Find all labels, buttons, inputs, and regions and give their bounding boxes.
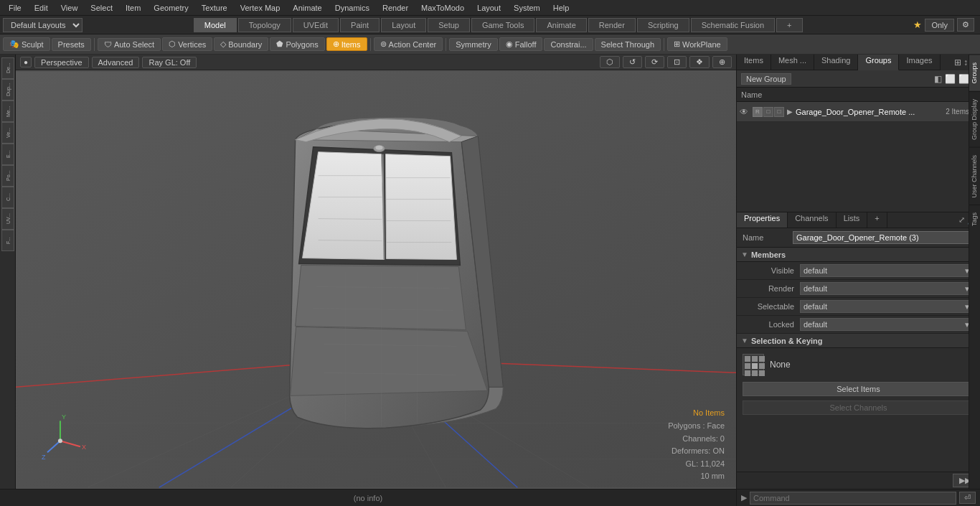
groups-icon-b[interactable]: ⬜ (945, 74, 956, 84)
props-tab-channels[interactable]: Channels (788, 212, 836, 228)
layout-select[interactable]: Default Layouts (3, 18, 83, 32)
menu-maxtomodo[interactable]: MaxToModo (415, 2, 470, 14)
sidebar-tool-8[interactable]: UV... (1, 208, 14, 230)
boundary-button[interactable]: ◇ Boundary (214, 37, 268, 51)
tab-groups[interactable]: Groups (858, 55, 899, 70)
vtab-group-display[interactable]: Group Display (969, 91, 980, 147)
row-icon-b[interactable]: □ (774, 107, 784, 117)
sidebar-tool-7[interactable]: C... (1, 187, 14, 208)
workplane-button[interactable]: ⊞ WorkPlane (667, 37, 727, 51)
name-input[interactable] (793, 231, 974, 244)
menu-file[interactable]: File (3, 2, 27, 14)
layout-tab-gametools[interactable]: Game Tools (471, 18, 535, 32)
items-button[interactable]: ⊕ Items (326, 37, 367, 51)
layout-tab-uvedit[interactable]: UVEdit (293, 18, 339, 32)
layout-tab-schematic[interactable]: Schematic Fusion (691, 18, 775, 32)
layout-tab-setup[interactable]: Setup (428, 18, 470, 32)
vp-icon-3[interactable]: ⟳ (645, 56, 664, 68)
command-input[interactable] (750, 492, 956, 505)
menu-system[interactable]: System (508, 2, 546, 14)
vtab-user-channels[interactable]: User Channels (969, 147, 980, 205)
menu-layout[interactable]: Layout (471, 2, 507, 14)
layout-tab-paint[interactable]: Paint (340, 18, 380, 32)
viewport[interactable]: ● Perspective Advanced Ray GL: Off ⬡ ↺ ⟳… (16, 55, 736, 489)
select-through-button[interactable]: Select Through (595, 38, 661, 51)
props-tab-lists[interactable]: Lists (837, 212, 868, 228)
viewport-dot[interactable]: ● (20, 57, 32, 67)
sidebar-tool-9[interactable]: F... (1, 230, 14, 251)
command-execute-button[interactable]: ⏎ (959, 492, 976, 504)
vtab-tags[interactable]: Tags (969, 205, 980, 233)
layout-tab-animate[interactable]: Animate (536, 18, 586, 32)
sidebar-tool-6[interactable]: Po... (1, 165, 14, 187)
props-tab-properties[interactable]: Properties (737, 212, 788, 228)
tab-mesh[interactable]: Mesh ... (771, 55, 814, 70)
perspective-btn[interactable]: Perspective (34, 57, 88, 68)
menu-help[interactable]: Help (547, 2, 575, 14)
panel-icon-2[interactable]: ↕ (963, 57, 968, 67)
select-items-button[interactable]: Select Items (743, 382, 974, 396)
new-group-button[interactable]: New Group (741, 73, 791, 85)
visible-select[interactable]: default ▼ (800, 264, 974, 277)
groups-icon-c[interactable]: ⬜ (958, 74, 969, 84)
symmetry-button[interactable]: Symmetry (449, 38, 498, 51)
groups-icon-a[interactable]: ◧ (934, 74, 942, 84)
tab-images[interactable]: Images (899, 55, 940, 70)
sidebar-tool-2[interactable]: Dup... (1, 79, 14, 100)
auto-select-button[interactable]: 🛡 Auto Select (98, 38, 161, 51)
layout-tab-layout[interactable]: Layout (381, 18, 426, 32)
constraints-button[interactable]: Constrai... (544, 38, 593, 51)
vtab-groups[interactable]: Groups (969, 55, 980, 91)
props-icon-expand[interactable]: ⤢ (958, 215, 965, 225)
layout-tab-topology[interactable]: Topology (238, 18, 291, 32)
menu-item[interactable]: Item (120, 2, 146, 14)
ray-gl-btn[interactable]: Ray GL: Off (142, 57, 197, 68)
menu-select[interactable]: Select (85, 2, 118, 14)
layout-tab-scripting[interactable]: Scripting (637, 18, 689, 32)
vp-icon-6[interactable]: ⊕ (712, 56, 732, 68)
row-icon-render[interactable]: R (753, 107, 763, 117)
menu-animate[interactable]: Animate (287, 2, 327, 14)
members-section-header[interactable]: ▼ Members (737, 248, 980, 262)
props-tab-plus[interactable]: + (867, 212, 887, 228)
advanced-btn[interactable]: Advanced (92, 57, 140, 68)
vp-icon-5[interactable]: ❖ (689, 56, 710, 68)
viewport-canvas[interactable]: Y X Z No Items Polygons : Face Channels:… (16, 70, 736, 489)
sidebar-tool-3[interactable]: Me... (1, 100, 14, 122)
sidebar-tool-4[interactable]: Ve... (1, 122, 14, 144)
tab-shading[interactable]: Shading (814, 55, 858, 70)
groups-item-row[interactable]: 👁 R □ □ ▶ Garage_Door_Opener_Remote ... … (737, 102, 980, 122)
presets-button[interactable]: Presets (52, 38, 91, 51)
sidebar-tool-1[interactable]: De... (1, 57, 14, 79)
action-center-button[interactable]: ⊚ Action Center (374, 37, 443, 51)
selectable-select[interactable]: default ▼ (800, 300, 974, 313)
row-icon-a[interactable]: □ (763, 107, 773, 117)
select-channels-button[interactable]: Select Channels (743, 400, 974, 415)
menu-view[interactable]: View (55, 2, 84, 14)
layout-tab-plus[interactable]: + (776, 18, 802, 32)
row-visibility-eye[interactable]: 👁 (740, 107, 751, 117)
vp-icon-2[interactable]: ↺ (623, 56, 642, 68)
menu-dynamics[interactable]: Dynamics (329, 2, 375, 14)
polygons-button[interactable]: ⬟ Polygons (270, 37, 324, 51)
menu-texture[interactable]: Texture (196, 2, 233, 14)
vp-icon-1[interactable]: ⬡ (600, 56, 620, 68)
vp-icon-4[interactable]: ⊡ (667, 56, 687, 68)
menu-edit[interactable]: Edit (29, 2, 54, 14)
sculpt-button[interactable]: 🎭 Sculpt (3, 37, 50, 51)
menu-render[interactable]: Render (377, 2, 414, 14)
locked-select[interactable]: default ▼ (800, 318, 974, 331)
menu-geometry[interactable]: Geometry (148, 2, 194, 14)
layout-tab-render[interactable]: Render (588, 18, 636, 32)
menu-vertex-map[interactable]: Vertex Map (235, 2, 286, 14)
sel-keying-section-header[interactable]: ▼ Selection & Keying (737, 334, 980, 348)
expand-arrow[interactable]: ▶ (787, 108, 793, 116)
settings-button[interactable]: ⚙ (957, 18, 974, 32)
layout-tab-model[interactable]: Model (194, 18, 237, 32)
tab-items[interactable]: Items (737, 55, 771, 70)
vertices-button[interactable]: ⬡ Vertices (162, 37, 212, 51)
falloff-button[interactable]: ◉ Falloff (499, 37, 543, 51)
panel-icon-1[interactable]: ⊞ (954, 57, 961, 67)
render-select[interactable]: default ▼ (800, 282, 974, 295)
sidebar-tool-5[interactable]: E... (1, 144, 14, 165)
